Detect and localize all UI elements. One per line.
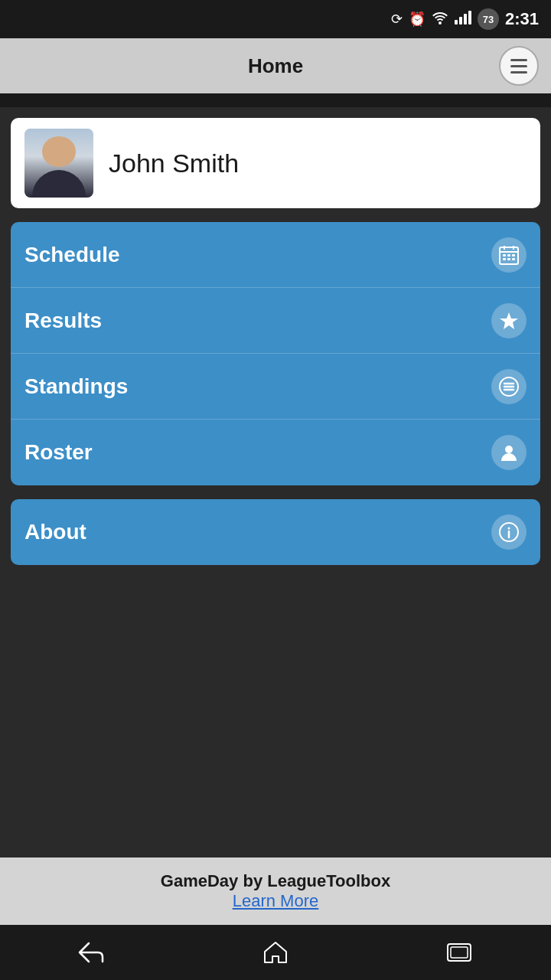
calendar-icon <box>491 237 527 273</box>
svg-rect-8 <box>503 254 506 256</box>
nav-item-standings[interactable]: Standings <box>11 354 540 420</box>
nav-item-roster[interactable]: Roster <box>11 420 540 485</box>
status-time: 2:31 <box>505 9 539 29</box>
svg-rect-2 <box>464 14 467 24</box>
clock-icon: ⏰ <box>409 11 425 28</box>
nav-label-standings: Standings <box>24 374 128 399</box>
back-button[interactable] <box>69 936 115 969</box>
empty-area <box>11 565 540 858</box>
svg-rect-11 <box>503 258 506 260</box>
svg-marker-14 <box>500 312 518 329</box>
svg-rect-24 <box>451 947 468 958</box>
svg-point-19 <box>505 446 513 453</box>
star-icon <box>491 303 527 338</box>
person-icon <box>491 435 527 470</box>
svg-rect-1 <box>459 17 462 24</box>
svg-rect-12 <box>507 258 510 260</box>
menu-button[interactable] <box>499 46 539 86</box>
recents-button[interactable] <box>436 936 482 969</box>
profile-card: John Smith <box>11 118 540 208</box>
wifi-icon <box>432 11 448 28</box>
svg-rect-13 <box>512 258 515 260</box>
svg-rect-0 <box>455 20 458 24</box>
nav-label-schedule: Schedule <box>24 243 119 267</box>
nav-item-schedule[interactable]: Schedule <box>11 222 540 288</box>
nav-item-about[interactable]: About <box>11 499 540 565</box>
battery-level: 73 <box>478 8 499 30</box>
header-separator <box>0 93 551 107</box>
nav-label-about: About <box>24 520 86 544</box>
status-bar: ⟳ ⏰ 73 2:31 <box>0 0 551 38</box>
main-content: John Smith Schedule <box>0 107 551 858</box>
learn-more-link[interactable]: Learn More <box>11 891 540 911</box>
bottom-nav <box>0 925 551 980</box>
footer-brand-text: GameDay by LeagueToolbox <box>11 871 540 891</box>
about-menu-group: About <box>11 499 540 565</box>
avatar-body <box>32 170 86 198</box>
status-icons: ⟳ ⏰ 73 2:31 <box>391 8 539 30</box>
svg-rect-3 <box>468 11 471 24</box>
hamburger-icon <box>510 59 527 74</box>
svg-rect-10 <box>512 254 515 256</box>
profile-name: John Smith <box>109 149 239 178</box>
avatar <box>24 129 93 198</box>
signal-icon <box>455 11 471 28</box>
nav-label-roster: Roster <box>24 440 93 465</box>
rotate-icon: ⟳ <box>391 11 403 28</box>
home-button[interactable] <box>253 936 298 969</box>
nav-item-results[interactable]: Results <box>11 288 540 354</box>
nav-menu-group: Schedule Results <box>11 222 540 485</box>
app-header: Home <box>0 38 551 93</box>
nav-label-results: Results <box>24 309 102 333</box>
info-icon <box>491 514 527 550</box>
avatar-head <box>42 136 76 167</box>
page-title: Home <box>52 54 499 78</box>
svg-point-21 <box>508 528 510 530</box>
svg-rect-9 <box>507 254 510 256</box>
footer-ad: GameDay by LeagueToolbox Learn More <box>0 858 551 925</box>
avatar-image <box>24 129 93 198</box>
list-icon <box>491 369 527 404</box>
